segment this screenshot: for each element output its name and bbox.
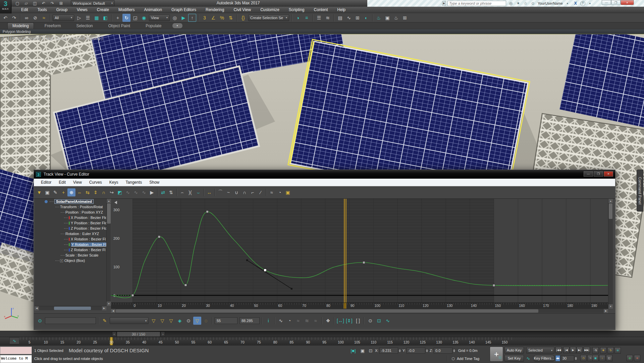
keying-set-dropdown[interactable]: Selected▾: [526, 347, 554, 354]
workspace-dropdown[interactable]: Workspace: Default▾: [71, 0, 115, 6]
track-row[interactable]: Z Position : Bezier Flo: [35, 226, 106, 231]
curve-editor-titlebar[interactable]: 3 Track View - Curve Editor — ❐ ✕: [34, 170, 615, 179]
decrease-ease-icon[interactable]: ⌣: [194, 188, 202, 196]
selection-filter-dropdown[interactable]: All▾: [53, 14, 74, 21]
add-time-tag[interactable]: Add Time Tag: [457, 357, 479, 361]
show-velocity-icon[interactable]: ≈: [294, 317, 302, 325]
scroll-down-icon[interactable]: ▼: [608, 304, 613, 309]
tab-populate[interactable]: Populate: [141, 23, 166, 29]
show-tangents-icon[interactable]: ◔: [276, 188, 284, 196]
redo-icon[interactable]: ↷: [49, 0, 56, 7]
track-row[interactable]: X Rotation : Bezier Fl: [35, 236, 106, 242]
z-coord-field[interactable]: 0.0: [434, 348, 452, 354]
key-info-icon[interactable]: i: [264, 317, 272, 325]
key-mode-toggle-icon[interactable]: ◀▶: [555, 355, 560, 361]
selection-brackets-icon[interactable]: [■]: [350, 347, 357, 354]
layer-explorer-icon[interactable]: ≋: [324, 14, 332, 22]
curve-editor-icon[interactable]: ∿: [345, 14, 353, 22]
next-frame-button[interactable]: >: [161, 331, 165, 337]
slide-keys-icon[interactable]: ⇔: [75, 188, 84, 196]
communication-center-icon[interactable]: ✶: [515, 0, 522, 7]
track-row[interactable]: Z Rotation : Bezier Fl: [35, 247, 106, 253]
project-folder-icon[interactable]: ⊞: [58, 0, 64, 7]
track-name-field[interactable]: [45, 317, 96, 324]
go-to-end-icon[interactable]: ▶▶|: [584, 347, 590, 353]
show-keyable-icon[interactable]: ⇄: [159, 188, 167, 196]
edit-track-set-icon[interactable]: ✎: [101, 317, 109, 325]
window-maximize-button[interactable]: ❐: [611, 0, 621, 5]
function-curve-plot[interactable]: 0100200300: [111, 199, 608, 303]
curve-editor-time-ruler[interactable]: 0102030405060708090100110120130140150160…: [111, 303, 608, 309]
track-row[interactable]: +Object (Box): [35, 258, 106, 263]
frame-spinner[interactable]: [574, 355, 577, 361]
track-bar[interactable]: 0510152025303540455055606570758085909510…: [0, 337, 644, 345]
window-minimize-button[interactable]: —: [602, 0, 611, 5]
menu-modifiers[interactable]: Modifiers: [114, 7, 140, 12]
maxscript-macro-recorder[interactable]: [0, 347, 32, 354]
retime-tool-icon[interactable]: ∩: [100, 188, 108, 196]
percent-snap-icon[interactable]: %: [218, 14, 226, 22]
isolate-curve-toggle-icon[interactable]: ∿: [384, 317, 392, 325]
world-anchor-icon[interactable]: ♁: [599, 355, 605, 361]
select-by-name-icon[interactable]: ☰: [84, 14, 92, 22]
angle-snap-icon[interactable]: ∠: [209, 14, 217, 22]
select-and-rotate-icon[interactable]: ↻: [122, 14, 130, 22]
favorites-icon[interactable]: ☆: [522, 0, 529, 7]
set-tangents-spline-icon[interactable]: ~: [224, 188, 232, 196]
ce-menu-curves[interactable]: Curves: [86, 180, 106, 185]
username-menu[interactable]: YourUserName: [538, 1, 563, 5]
pan-icon[interactable]: ❖: [324, 317, 332, 325]
break-tangents-icon[interactable]: )(: [186, 188, 194, 196]
scale-values-icon[interactable]: ⇕: [92, 188, 100, 196]
redo-icon[interactable]: ↷: [10, 14, 18, 22]
plot-vertical-scrollbar[interactable]: ▲ ▼: [608, 199, 613, 309]
frame-selected-icon[interactable]: [ ]: [354, 317, 362, 325]
edit-named-sets-icon[interactable]: {}: [239, 14, 247, 22]
select-and-link-icon[interactable]: ∞: [22, 14, 31, 22]
chevron-down-icon[interactable]: ▾: [564, 2, 571, 5]
menu-rendering[interactable]: Rendering: [201, 7, 229, 12]
curve-key[interactable]: [184, 284, 187, 286]
spinner-snap-icon[interactable]: ⇅: [227, 14, 235, 22]
set-keys-button[interactable]: +⚿: [490, 347, 503, 362]
menu-graph-editors[interactable]: Graph Editors: [167, 7, 201, 12]
isolate-selection-icon[interactable]: ◍: [627, 355, 633, 361]
ce-maximize-button[interactable]: ❐: [594, 171, 603, 177]
track-row[interactable]: Rotation : Euler XYZ: [35, 231, 106, 236]
help-icon[interactable]: ?: [580, 1, 585, 6]
ce-minimize-button[interactable]: —: [584, 171, 593, 177]
ribbon-config-button[interactable]: ▾: [172, 23, 182, 28]
open-file-icon[interactable]: ▱: [23, 0, 30, 7]
ce-close-button[interactable]: ✕: [604, 171, 613, 177]
time-slider-handle[interactable]: 30 / 150: [117, 331, 160, 337]
render-setup-icon[interactable]: ♨: [375, 14, 383, 22]
filter-animated-tracks-icon[interactable]: ▽: [167, 317, 175, 325]
selected-key[interactable]: [264, 269, 266, 271]
command-panel-tab[interactable]: Command Panel: [637, 170, 643, 212]
key-time-field[interactable]: 55: [215, 317, 237, 324]
key-value-field[interactable]: 88.285: [239, 317, 260, 324]
tab-modeling[interactable]: Modeling: [7, 22, 34, 29]
menu-customize[interactable]: Customize: [256, 7, 284, 12]
lock-selection-icon[interactable]: ▣: [43, 188, 51, 196]
current-frame-field[interactable]: 30: [561, 355, 574, 361]
scroll-right-icon[interactable]: ▶: [604, 309, 608, 313]
menu-create[interactable]: Create: [92, 7, 114, 12]
y-spinner[interactable]: [425, 348, 428, 354]
save-file-icon[interactable]: ◫: [32, 0, 38, 7]
maximize-viewport-icon[interactable]: ◱: [606, 355, 612, 361]
set-tangents-slow-icon[interactable]: ∩: [240, 188, 249, 196]
curve-key[interactable]: [158, 236, 160, 238]
chevron-down-icon[interactable]: ▾: [587, 2, 593, 5]
spinner-drag-icon[interactable]: ◦⇅: [592, 347, 599, 354]
window-crossing-icon[interactable]: ◧: [101, 14, 109, 22]
scale-keys-icon[interactable]: ⇆: [84, 188, 92, 196]
go-to-start-icon[interactable]: |◀◀: [555, 347, 562, 353]
camera-key-icon[interactable]: ▣: [592, 355, 599, 361]
set-tangents-step-icon[interactable]: ⌐: [249, 188, 257, 196]
menu-civil-view[interactable]: Civil View: [229, 7, 256, 12]
curve-key[interactable]: [363, 261, 365, 264]
undo-icon[interactable]: ↶: [40, 0, 47, 7]
track-row[interactable]: Y Rotation : Bezier Fl: [35, 242, 106, 247]
keyboard-override-icon[interactable]: ↑: [188, 14, 196, 22]
